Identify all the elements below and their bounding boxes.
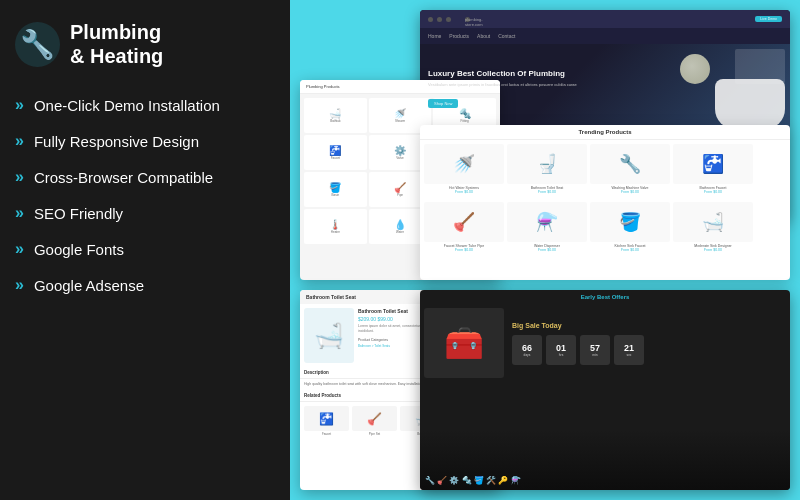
timer-block-seconds: 21 sec [614, 335, 644, 365]
right-preview-panel: plumbing-store.com Live Demo HomeProduct… [290, 0, 800, 500]
offers-sale-label: Big Sale Today [512, 322, 786, 329]
detail-product-image: 🛁 [304, 308, 354, 363]
trending-item-4: 🚰 Bathroom Faucet From $0.00 [673, 144, 753, 194]
offers-title: Early Best Offers [420, 290, 790, 304]
chevron-double-icon: » [15, 204, 24, 222]
trending-products-panel: Trending Products 🚿 Hot Water Systems Fr… [420, 125, 790, 280]
offers-body: 🧰 Big Sale Today 66 days 01 hrs 57 min [420, 304, 790, 382]
grid-item-7: 🪣Basin [304, 172, 367, 207]
trending-item-1: 🚿 Hot Water Systems From $0.00 [424, 144, 504, 194]
trending-title: Trending Products [420, 125, 790, 140]
timer-block-days: 66 days [512, 335, 542, 365]
early-offers-panel: Early Best Offers 🧰 Big Sale Today 66 da… [420, 290, 790, 490]
preview-browser-bar: plumbing-store.com Live Demo [420, 10, 790, 28]
preview-hero-text: Luxury Best Collection Of Plumbing Vesti… [428, 69, 577, 110]
features-list: » One-Click Demo Installation » Fully Re… [15, 96, 275, 294]
chevron-double-icon: » [15, 168, 24, 186]
offers-product-image: 🧰 [424, 308, 504, 378]
trending-item-6: ⚗️ Water Dispenser From $0.00 [507, 202, 587, 252]
chevron-double-icon: » [15, 132, 24, 150]
trending-item-3: 🔧 Washing Machine Valve From $0.00 [590, 144, 670, 194]
trending-item-8: 🛁 Moderate Sink Designer From $0.00 [673, 202, 753, 252]
brand-logo-icon: 🔧 [15, 22, 60, 67]
grid-item-4: 🚰Faucet [304, 135, 367, 170]
feature-item-google-fonts: » Google Fonts [15, 240, 275, 258]
preview-bath-decoration [715, 79, 785, 129]
timer-block-minutes: 57 min [580, 335, 610, 365]
related-item-1: 🚰 Faucet [304, 406, 349, 436]
trending-row-2: 🪠 Faucet Shower Tube Pipe From $0.00 ⚗️ … [420, 198, 790, 256]
grid-item-1: 🛁Bathtub [304, 98, 367, 133]
logo-area: 🔧 Plumbing & Heating [15, 20, 275, 68]
chevron-double-icon: » [15, 276, 24, 294]
feature-item-google-adsense: » Google Adsense [15, 276, 275, 294]
grid-item-10: 🌡️Heater [304, 209, 367, 244]
countdown-timer: 66 days 01 hrs 57 min 21 sec [512, 335, 786, 365]
feature-item-one-click-demo: » One-Click Demo Installation [15, 96, 275, 114]
trending-item-7: 🪣 Kitchen Sink Faucet From $0.00 [590, 202, 670, 252]
offers-content: Big Sale Today 66 days 01 hrs 57 min [512, 322, 786, 365]
brand-name: Plumbing & Heating [70, 20, 163, 68]
timer-block-hours: 01 hrs [546, 335, 576, 365]
trending-products-list: 🚿 Hot Water Systems From $0.00 🚽 Bathroo… [420, 140, 790, 198]
left-panel: 🔧 Plumbing & Heating » One-Click Demo In… [0, 0, 290, 500]
offers-bg-decoration: 🔧 🪠 ⚙️ 🔩 🪣 🛠️ 🔑 ⚗️ [420, 430, 790, 490]
chevron-double-icon: » [15, 96, 24, 114]
svg-text:🔧: 🔧 [20, 28, 55, 61]
chevron-double-icon: » [15, 240, 24, 258]
feature-item-cross-browser: » Cross-Browser Compatible [15, 168, 275, 186]
feature-item-seo-friendly: » SEO Friendly [15, 204, 275, 222]
related-item-2: 🪠 Pipe Set [352, 406, 397, 436]
feature-item-fully-responsive: » Fully Responsive Design [15, 132, 275, 150]
preview-shop-now-btn: Shop Now [428, 99, 458, 108]
preview-moon-decoration [680, 54, 710, 84]
trending-item-5: 🪠 Faucet Shower Tube Pipe From $0.00 [424, 202, 504, 252]
preview-nav-bar: HomeProductsAboutContact [420, 28, 790, 44]
trending-item-2: 🚽 Bathroom Toilet Seat From $0.00 [507, 144, 587, 194]
preview-nav-btn: Live Demo [755, 16, 782, 22]
